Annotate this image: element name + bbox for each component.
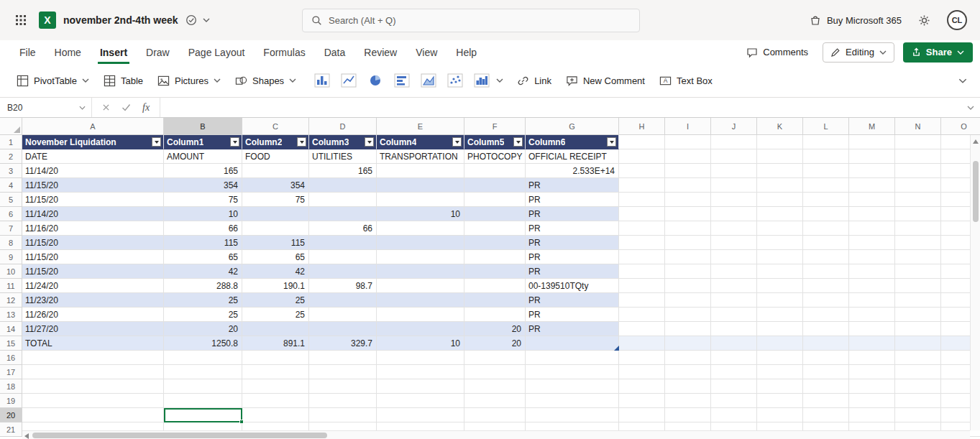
cell-I10[interactable] [665,264,711,279]
cell-C8[interactable]: 115 [242,236,309,250]
cell-K2[interactable] [757,149,803,164]
cell-L7[interactable] [803,221,849,236]
cell-M3[interactable] [849,164,895,178]
cell-B3[interactable]: 165 [164,164,242,178]
cell-L20[interactable] [803,408,849,422]
cell-H16[interactable] [619,351,665,365]
cell-H17[interactable] [619,365,665,379]
cell-C12[interactable]: 25 [242,293,309,308]
cell-E15[interactable]: 10 [377,336,464,351]
column-header-A[interactable]: A [22,118,164,135]
line-chart-button[interactable] [336,70,361,91]
cell-H3[interactable] [619,164,665,178]
cell-H1[interactable] [619,135,665,149]
column-header-O[interactable]: O [941,118,980,135]
cell-B11[interactable]: 288.8 [164,279,242,293]
cell-K6[interactable] [757,207,803,221]
cell-I18[interactable] [665,379,711,394]
cell-K9[interactable] [757,250,803,264]
cell-B15[interactable]: 1250.8 [164,336,242,351]
cell-L18[interactable] [803,379,849,394]
tab-formulas[interactable]: Formulas [254,40,314,64]
cell-C14[interactable] [242,322,309,336]
cell-J7[interactable] [711,221,757,236]
cell-N5[interactable] [895,193,941,207]
cell-G3[interactable]: 2.533E+14 [526,164,619,178]
cell-F10[interactable] [464,264,526,279]
cell-M7[interactable] [849,221,895,236]
cell-D14[interactable] [309,322,377,336]
saved-status-icon[interactable] [186,14,197,26]
cell-I4[interactable] [665,178,711,193]
cell-F17[interactable] [464,365,526,379]
text-box-button[interactable]: A Text Box [653,70,719,92]
cell-J20[interactable] [711,408,757,422]
cell-F16[interactable] [464,351,526,365]
cell-L1[interactable] [803,135,849,149]
table-header-cell-A1[interactable]: November Liquidation [22,135,164,149]
cell-D6[interactable] [309,207,377,221]
cell-G9[interactable]: PR [526,250,619,264]
cell-I11[interactable] [665,279,711,293]
cell-F20[interactable] [464,408,526,422]
cell-L19[interactable] [803,394,849,408]
insert-function-button[interactable]: fx [142,102,150,114]
cell-L8[interactable] [803,236,849,250]
new-comment-button[interactable]: New Comment [559,70,651,92]
cell-C19[interactable] [242,394,309,408]
cell-F9[interactable] [464,250,526,264]
cell-C11[interactable]: 190.1 [242,279,309,293]
cell-I20[interactable] [665,408,711,422]
column-header-C[interactable]: C [242,118,309,135]
cell-H9[interactable] [619,250,665,264]
cell-B19[interactable] [164,394,242,408]
cell-F4[interactable] [464,178,526,193]
cell-F18[interactable] [464,379,526,394]
chart-group-chevron-icon[interactable] [496,78,503,83]
cell-B13[interactable]: 25 [164,308,242,322]
cell-K10[interactable] [757,264,803,279]
column-header-B[interactable]: B [164,118,242,135]
filter-button-G1[interactable] [607,137,616,147]
tab-view[interactable]: View [406,40,447,64]
cell-D4[interactable] [309,178,377,193]
cell-L6[interactable] [803,207,849,221]
cell-C18[interactable] [242,379,309,394]
cell-D2[interactable]: UTILITIES [309,149,377,164]
tab-review[interactable]: Review [354,40,406,64]
column-header-F[interactable]: F [464,118,526,135]
cell-F14[interactable]: 20 [464,322,526,336]
row-header-6[interactable]: 6 [0,207,22,221]
row-header-17[interactable]: 17 [0,365,22,379]
cell-K16[interactable] [757,351,803,365]
cell-G13[interactable]: PR [526,308,619,322]
row-header-8[interactable]: 8 [0,236,22,250]
app-launcher-button[interactable] [9,8,33,32]
cell-I8[interactable] [665,236,711,250]
cell-D5[interactable] [309,193,377,207]
cell-I14[interactable] [665,322,711,336]
share-button[interactable]: Share [903,42,973,63]
cell-G6[interactable]: PR [526,207,619,221]
cell-G17[interactable] [526,365,619,379]
cell-D11[interactable]: 98.7 [309,279,377,293]
cell-F19[interactable] [464,394,526,408]
cell-I6[interactable] [665,207,711,221]
cell-M10[interactable] [849,264,895,279]
cell-H10[interactable] [619,264,665,279]
cell-N7[interactable] [895,221,941,236]
cell-N11[interactable] [895,279,941,293]
cell-J11[interactable] [711,279,757,293]
cell-L13[interactable] [803,308,849,322]
cell-H20[interactable] [619,408,665,422]
cell-F11[interactable] [464,279,526,293]
cell-J18[interactable] [711,379,757,394]
cell-B4[interactable]: 354 [164,178,242,193]
cell-K8[interactable] [757,236,803,250]
cell-K13[interactable] [757,308,803,322]
cell-C5[interactable]: 75 [242,193,309,207]
cell-E20[interactable] [377,408,464,422]
fill-handle[interactable] [239,420,244,424]
row-header-10[interactable]: 10 [0,264,22,279]
row-header-19[interactable]: 19 [0,394,22,408]
